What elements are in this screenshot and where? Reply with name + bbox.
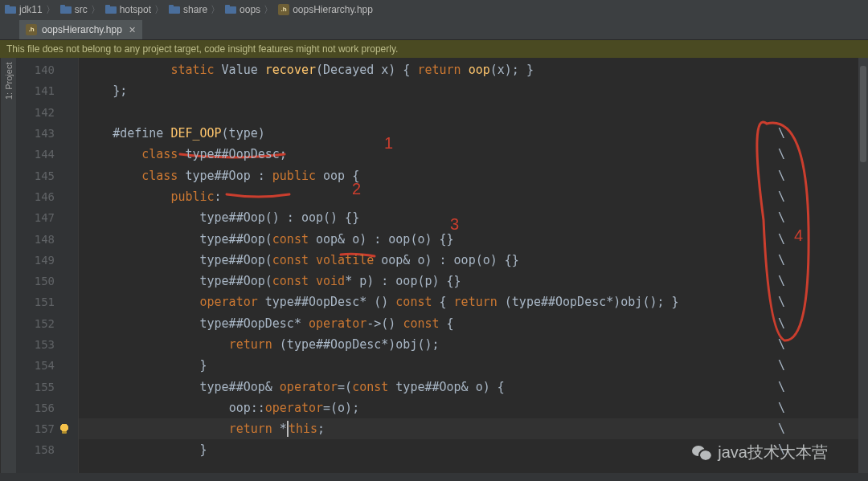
code-line[interactable] xyxy=(79,102,868,123)
breadcrumb-item[interactable]: jdk11〉 xyxy=(5,3,59,17)
intention-bulb-icon xyxy=(59,318,70,329)
code-line[interactable]: static Value recover(Decayed x) { return… xyxy=(79,59,868,80)
folder-icon xyxy=(5,5,16,14)
project-tool-button[interactable]: 1: Project xyxy=(0,58,16,481)
breadcrumb-item[interactable]: share〉 xyxy=(169,3,223,17)
editor-tab[interactable]: oopsHierarchy.hpp ✕ xyxy=(19,20,142,39)
gutter-row[interactable]: 144 xyxy=(16,144,78,165)
line-number: 152 xyxy=(16,317,55,330)
vertical-scrollbar[interactable] xyxy=(858,58,868,481)
breadcrumb-bar: jdk11〉 src〉 hotspot〉 share〉 oops〉 oopsHi… xyxy=(0,0,868,19)
code-line[interactable]: type##Oop& operator=(const type##Oop& o)… xyxy=(79,376,868,397)
gutter-row[interactable]: 142 xyxy=(16,102,78,123)
gutter-row[interactable]: 153 xyxy=(16,334,78,355)
code-line[interactable]: type##OopDesc* operator->() const {\ xyxy=(79,313,868,334)
folder-icon xyxy=(105,5,117,14)
gutter-row[interactable]: 145 xyxy=(16,165,78,185)
line-number: 141 xyxy=(16,84,55,97)
intention-bulb-icon xyxy=(59,402,70,414)
code-token: public xyxy=(170,190,214,204)
close-icon[interactable]: ✕ xyxy=(129,25,136,35)
code-line[interactable]: type##Oop(const oop& o) : oop(o) {}\ xyxy=(79,228,868,249)
code-token: operator xyxy=(200,295,258,309)
gutter-row[interactable]: 147 xyxy=(16,207,78,228)
code-line[interactable]: type##Oop() : oop() {}\ xyxy=(79,207,868,228)
code-token: type##OopDesc* () xyxy=(258,295,396,309)
code-token: { xyxy=(440,316,454,331)
breadcrumb-item[interactable]: oops〉 xyxy=(225,3,276,17)
code-token: static xyxy=(170,63,214,77)
code-token: (type) xyxy=(222,126,265,141)
code-editor[interactable]: 1234 static Value recover(Decayed x) { r… xyxy=(79,58,868,481)
code-line[interactable]: }\ xyxy=(79,439,868,460)
code-line[interactable]: public:\ xyxy=(79,186,868,207)
breadcrumb-item[interactable]: src〉 xyxy=(60,3,104,17)
chevron-right-icon: 〉 xyxy=(91,3,100,17)
gutter-row[interactable]: 158 xyxy=(16,439,78,460)
intention-bulb-icon xyxy=(59,107,70,118)
continuation-backslash: \ xyxy=(778,316,785,331)
gutter-row[interactable]: 150 xyxy=(16,271,78,291)
code-line[interactable]: class type##Oop : public oop {\ xyxy=(79,165,868,185)
gutter-row[interactable]: 149 xyxy=(16,250,78,271)
code-token xyxy=(461,63,469,77)
gutter-row[interactable]: 155 xyxy=(16,376,78,397)
line-number: 143 xyxy=(16,127,55,140)
code-line[interactable]: oop::operator=(o);\ xyxy=(79,397,868,418)
code-line[interactable]: class type##OopDesc;\ xyxy=(79,144,868,165)
continuation-backslash: \ xyxy=(778,295,785,309)
code-line[interactable]: #define DEF_OOP(type)\ xyxy=(79,123,868,144)
intention-bulb-icon xyxy=(59,296,70,308)
code-token: type##Oop( xyxy=(200,232,272,247)
code-line[interactable]: type##Oop(const void* p) : oop(p) {}\ xyxy=(79,271,868,291)
code-line[interactable]: operator type##OopDesc* () const { retur… xyxy=(79,291,868,312)
intention-bulb-icon xyxy=(59,149,70,160)
gutter-row[interactable]: 152 xyxy=(16,313,78,334)
gutter-row[interactable]: 140 xyxy=(16,59,78,80)
code-line[interactable]: return *this;\ xyxy=(79,418,868,439)
code-token: type##Oop( xyxy=(200,253,272,267)
code-token xyxy=(309,274,316,288)
code-token: return xyxy=(229,422,272,436)
continuation-backslash: \ xyxy=(778,147,785,161)
intention-bulb-icon[interactable] xyxy=(59,423,70,434)
intention-bulb-icon xyxy=(59,339,70,350)
editor-tab-bar: oopsHierarchy.hpp ✕ xyxy=(0,19,868,40)
breadcrumb-item[interactable]: oopsHierarchy.hpp xyxy=(278,4,373,15)
intention-bulb-icon xyxy=(59,360,70,371)
code-token: (x); } xyxy=(490,63,534,77)
intention-bulb-icon xyxy=(59,234,70,245)
line-gutter[interactable]: 1401411421431441451461471481491501511521… xyxy=(16,58,79,481)
chevron-right-icon: 〉 xyxy=(211,3,220,17)
line-number: 154 xyxy=(16,359,55,372)
code-line[interactable]: }; xyxy=(79,80,868,101)
intention-bulb-icon xyxy=(59,128,70,139)
code-token: oop& o) : oop(o) {} xyxy=(374,253,519,267)
breadcrumb-label: jdk11 xyxy=(19,4,43,15)
code-token: type##Oop& o) { xyxy=(388,380,505,394)
scrollbar-thumb[interactable] xyxy=(860,66,866,162)
code-token: :: xyxy=(251,401,265,415)
code-token: const xyxy=(403,316,439,331)
breadcrumb-item[interactable]: hotspot〉 xyxy=(105,3,167,17)
gutter-row[interactable]: 143 xyxy=(16,123,78,144)
code-token: ; xyxy=(317,422,325,436)
gutter-row[interactable]: 146 xyxy=(16,186,78,207)
code-line[interactable]: type##Oop(const volatile oop& o) : oop(o… xyxy=(79,250,868,271)
code-token: * xyxy=(272,422,287,436)
continuation-backslash: \ xyxy=(778,358,785,373)
intention-bulb-icon xyxy=(59,170,70,181)
chevron-right-icon: 〉 xyxy=(154,3,164,17)
gutter-row[interactable]: 151 xyxy=(16,291,78,312)
line-number: 146 xyxy=(16,190,55,203)
gutter-row[interactable]: 141 xyxy=(16,80,78,101)
code-line[interactable]: return (type##OopDesc*)obj();\ xyxy=(79,334,868,355)
gutter-row[interactable]: 154 xyxy=(16,355,78,376)
line-number: 155 xyxy=(16,381,55,393)
gutter-row[interactable]: 156 xyxy=(16,397,78,418)
gutter-row[interactable]: 148 xyxy=(16,228,78,249)
horizontal-scrollbar[interactable] xyxy=(0,473,868,481)
code-line[interactable]: }\ xyxy=(79,355,868,376)
gutter-row[interactable]: 157 xyxy=(16,418,78,439)
tab-label: oopsHierarchy.hpp xyxy=(42,24,122,35)
